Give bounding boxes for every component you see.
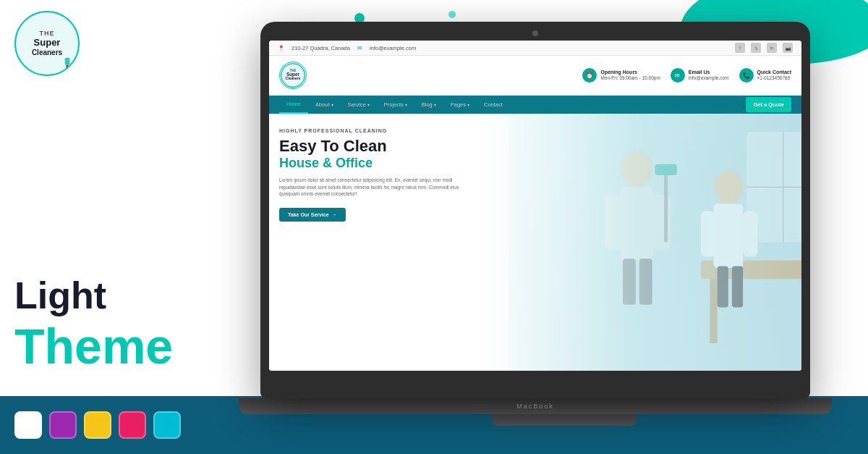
projects-arrow: ▾ <box>405 102 407 107</box>
email-info: ✉ Email Us info@example.com <box>671 68 729 83</box>
svg-rect-1 <box>66 65 68 69</box>
nav-cta-button[interactable]: Get a Quote <box>746 97 791 112</box>
hero-cta-button[interactable]: Take Our Service → <box>279 208 346 222</box>
quick-contact-value: +1-0123456789 <box>757 75 791 80</box>
pages-arrow: ▾ <box>467 102 469 107</box>
macbook-stand <box>492 414 637 426</box>
nav-blog[interactable]: Blog ▾ <box>414 96 443 113</box>
quick-contact-label: Quick Contact <box>757 69 791 75</box>
nav-contact[interactable]: Contact <box>477 96 510 113</box>
topbar-address: 210-27 Quadra, Canada <box>292 45 350 51</box>
email-icon: ✉ <box>357 45 362 51</box>
nav-pages[interactable]: Pages ▾ <box>443 96 477 113</box>
nav-projects[interactable]: Projects ▾ <box>377 96 414 113</box>
hero-title-main: Easy To Clean <box>279 138 476 155</box>
website-topbar: 📍 210-27 Quadra, Canada ✉ info@example.c… <box>269 41 801 56</box>
about-arrow: ▾ <box>331 102 333 107</box>
nav-about[interactable]: About ▾ <box>308 96 341 113</box>
bg-dot-teal <box>448 11 456 18</box>
facebook-icon[interactable]: f <box>735 43 745 53</box>
topbar-right: f 𝕏 in 📷 <box>735 43 793 53</box>
nav-service[interactable]: Service ▾ <box>341 96 377 113</box>
logo-area: THE Super Cleaners <box>14 11 239 76</box>
logo-super: Super <box>32 38 62 48</box>
email-label: Email Us <box>689 69 729 75</box>
brush-icon <box>60 56 75 71</box>
hero-cta-arrow: → <box>332 212 337 217</box>
hero-description: Lorem ipsum dolor sit amet consectetur a… <box>279 177 476 198</box>
logo-circle: THE Super Cleaners <box>14 11 80 76</box>
header-logo-circle: THE Super Cleaners <box>279 62 307 89</box>
email-value: info@example.com <box>689 75 729 80</box>
swatch-pink[interactable] <box>119 411 146 439</box>
opening-hours-value: Mon-Fri: 09:00am - 10:00pm <box>600 75 660 80</box>
website-header: THE Super Cleaners ⏰ Opening Hours Mon-F… <box>269 56 801 96</box>
envelope-icon: ✉ <box>671 68 685 83</box>
svg-text:Cleaners: Cleaners <box>286 77 301 80</box>
logo-cleaners: Cleaners <box>32 49 62 56</box>
address-icon: 📍 <box>278 45 284 51</box>
twitter-icon[interactable]: 𝕏 <box>751 43 761 53</box>
macbook-bottom-bar: MacBook <box>239 398 832 414</box>
website-preview: 📍 210-27 Quadra, Canada ✉ info@example.c… <box>269 41 801 371</box>
left-panel: THE Super Cleaners Light Theme <box>0 0 253 396</box>
opening-hours-label: Opening Hours <box>600 69 660 75</box>
macbook-screen: 📍 210-27 Quadra, Canada ✉ info@example.c… <box>269 41 801 371</box>
theme-label: Theme <box>14 321 239 371</box>
light-label: Light <box>14 277 239 321</box>
macbook-camera <box>532 30 538 36</box>
swatch-white[interactable] <box>14 411 42 439</box>
hero-section: HIGHLY PROFESSIONAL CLEANING Easy To Cle… <box>269 114 801 371</box>
clock-icon: ⏰ <box>582 68 597 83</box>
phone-info: 📞 Quick Contact +1-0123456789 <box>739 68 791 83</box>
hero-content: HIGHLY PROFESSIONAL CLEANING Easy To Cle… <box>269 114 486 236</box>
phone-icon: 📞 <box>739 68 754 83</box>
website-nav: Home About ▾ Service ▾ Projects ▾ Blog ▾… <box>269 96 801 114</box>
macbook-outer: 📍 210-27 Quadra, Canada ✉ info@example.c… <box>260 22 810 398</box>
hero-title-sub: House & Office <box>279 156 476 171</box>
header-info: ⏰ Opening Hours Mon-Fri: 09:00am - 10:00… <box>582 68 791 83</box>
hero-cta-label: Take Our Service <box>288 212 329 217</box>
topbar-left: 📍 210-27 Quadra, Canada ✉ info@example.c… <box>278 45 416 51</box>
linkedin-icon[interactable]: in <box>767 43 777 53</box>
svg-rect-0 <box>65 58 70 65</box>
opening-hours-info: ⏰ Opening Hours Mon-Fri: 09:00am - 10:00… <box>582 68 660 83</box>
swatch-yellow[interactable] <box>84 411 111 439</box>
instagram-icon[interactable]: 📷 <box>783 43 793 53</box>
service-arrow: ▾ <box>367 102 370 107</box>
macbook-wrapper: 📍 210-27 Quadra, Canada ✉ info@example.c… <box>260 22 868 411</box>
topbar-email: info@example.com <box>370 45 416 51</box>
blog-arrow: ▾ <box>434 102 436 107</box>
header-logo[interactable]: THE Super Cleaners <box>279 62 307 89</box>
swatch-purple[interactable] <box>49 411 77 439</box>
swatch-cyan[interactable] <box>153 411 181 439</box>
macbook-label: MacBook <box>516 403 554 410</box>
nav-home[interactable]: Home <box>279 96 308 114</box>
hero-subtitle: HIGHLY PROFESSIONAL CLEANING <box>279 128 476 133</box>
